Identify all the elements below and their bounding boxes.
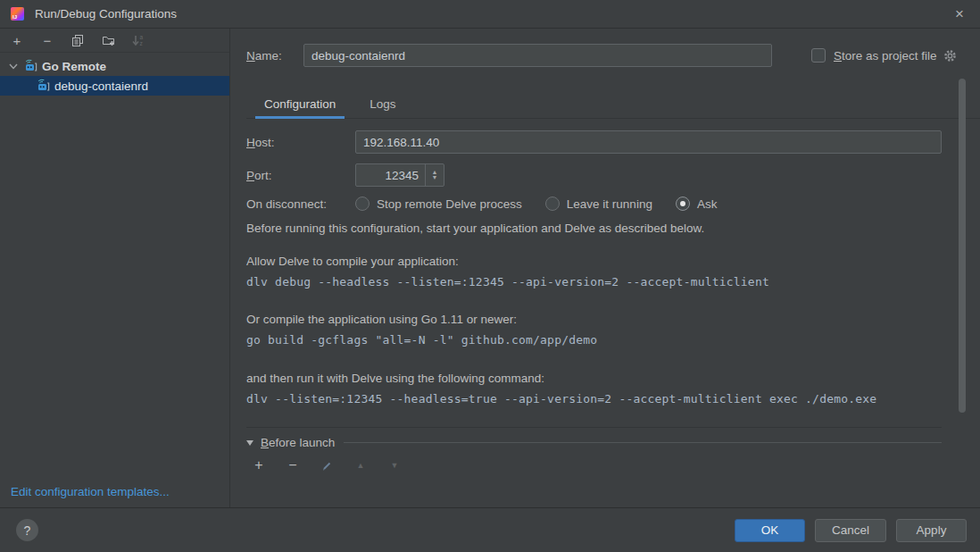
dialog-title: Run/Debug Configurations bbox=[35, 7, 177, 21]
radio-icon[interactable] bbox=[545, 197, 560, 211]
down-arrow-icon: ▼ bbox=[391, 461, 399, 470]
host-label: Host: bbox=[246, 136, 355, 149]
ok-button[interactable]: OK bbox=[735, 519, 805, 542]
intellij-logo-icon: IJ bbox=[11, 7, 24, 21]
run-label: and then run it with Delve using the fol… bbox=[246, 372, 980, 385]
tab-configuration[interactable]: Configuration bbox=[255, 94, 345, 118]
on-disconnect-label: On disconnect: bbox=[246, 197, 355, 211]
name-value: debug-contaienrd bbox=[311, 49, 405, 63]
up-arrow-icon: ▲ bbox=[357, 461, 365, 470]
add-configuration-button[interactable]: + bbox=[9, 32, 25, 48]
close-icon[interactable]: × bbox=[950, 4, 969, 23]
pencil-icon bbox=[321, 460, 333, 472]
help-button[interactable]: ? bbox=[16, 519, 38, 541]
tree-item-label: debug-contaienrd bbox=[54, 79, 148, 93]
port-label: Port: bbox=[246, 169, 355, 182]
before-launch-header[interactable]: Before launch bbox=[246, 436, 942, 449]
chevron-down-icon[interactable] bbox=[7, 60, 20, 72]
run-command: dlv --listen=:12345 --headless=true --ap… bbox=[246, 392, 980, 406]
go-remote-icon bbox=[23, 59, 37, 73]
new-folder-icon bbox=[102, 34, 115, 46]
run-debug-configurations-dialog: IJ Run/Debug Configurations × + − bbox=[0, 0, 980, 552]
new-folder-button[interactable] bbox=[100, 32, 116, 48]
sort-configurations-button: a z bbox=[130, 32, 146, 48]
before-launch-remove-button: − bbox=[285, 457, 301, 473]
go-remote-icon bbox=[36, 79, 50, 93]
radio-leave-it-running[interactable]: Leave it running bbox=[545, 197, 652, 211]
configuration-form: Name: debug-contaienrd Store as project … bbox=[230, 29, 980, 507]
radio-label: Ask bbox=[697, 197, 718, 211]
build-label: Or compile the application using Go 1.11… bbox=[246, 313, 980, 326]
host-value: 192.168.11.40 bbox=[363, 136, 439, 149]
name-label: Name: bbox=[246, 49, 302, 63]
header-rule bbox=[344, 442, 942, 443]
radio-label: Stop remote Delve process bbox=[377, 197, 522, 211]
store-as-project-file-checkbox[interactable] bbox=[811, 48, 826, 63]
name-input[interactable]: debug-contaienrd bbox=[303, 44, 772, 67]
before-launch-toolbar: + − ▲ ▼ bbox=[246, 457, 980, 473]
build-command: go build -gcflags "all=-N -l" github.com… bbox=[246, 333, 980, 347]
port-row: Port: 12345 ▲ ▼ bbox=[246, 163, 980, 187]
before-launch-move-up-button: ▲ bbox=[353, 457, 369, 473]
cancel-button[interactable]: Cancel bbox=[815, 519, 886, 542]
host-input[interactable]: 192.168.11.40 bbox=[355, 130, 942, 154]
port-spinner[interactable]: ▲ ▼ bbox=[425, 164, 444, 186]
configurations-tree: Go Remote debug-contaienrd bbox=[0, 53, 229, 96]
apply-button[interactable]: Apply bbox=[896, 519, 967, 542]
radio-ask[interactable]: Ask bbox=[676, 197, 718, 211]
tree-item-debug-contaienrd[interactable]: debug-contaienrd bbox=[0, 76, 229, 96]
store-as-project-file-group: Store as project file bbox=[811, 48, 957, 63]
radio-stop-remote-delve[interactable]: Stop remote Delve process bbox=[355, 197, 522, 211]
host-row: Host: 192.168.11.40 bbox=[246, 130, 942, 154]
sort-az-icon: a z bbox=[132, 34, 145, 46]
tab-logs[interactable]: Logs bbox=[361, 94, 404, 118]
configurations-sidebar: + − bbox=[0, 29, 230, 507]
store-as-project-file-label: Store as project file bbox=[834, 49, 937, 63]
radio-label: Leave it running bbox=[567, 197, 652, 211]
store-settings-gear-icon[interactable] bbox=[943, 49, 957, 63]
remove-configuration-button[interactable]: − bbox=[39, 32, 55, 48]
on-disconnect-row: On disconnect: Stop remote Delve process… bbox=[246, 197, 980, 211]
section-separator bbox=[246, 427, 942, 428]
svg-text:a: a bbox=[140, 34, 144, 40]
radio-selected-icon[interactable] bbox=[676, 197, 690, 211]
configuration-tabs: Configuration Logs bbox=[246, 94, 980, 119]
compile-command: dlv debug --headless --listen=:12345 --a… bbox=[246, 275, 980, 289]
port-value: 12345 bbox=[356, 169, 425, 182]
edit-configuration-templates-link[interactable]: Edit configuration templates... bbox=[11, 485, 170, 498]
name-row: Name: debug-contaienrd Store as project … bbox=[246, 44, 980, 67]
compile-label: Allow Delve to compile your application: bbox=[246, 255, 980, 268]
dialog-footer: ? OK Cancel Apply bbox=[0, 507, 980, 552]
collapse-arrow-icon[interactable] bbox=[246, 440, 253, 446]
spinner-down-icon[interactable]: ▼ bbox=[432, 175, 438, 180]
copy-configuration-button[interactable] bbox=[70, 32, 86, 48]
vertical-scrollbar-thumb[interactable] bbox=[959, 79, 966, 413]
before-launch-move-down-button: ▼ bbox=[386, 457, 403, 473]
before-launch-add-button[interactable]: + bbox=[251, 457, 267, 473]
question-icon: ? bbox=[24, 523, 31, 538]
tree-group-label: Go Remote bbox=[42, 60, 106, 73]
before-launch-edit-button bbox=[319, 457, 335, 473]
svg-text:z: z bbox=[140, 40, 143, 46]
on-disconnect-radio-group: Stop remote Delve process Leave it runni… bbox=[355, 197, 717, 211]
dialog-titlebar: IJ Run/Debug Configurations × bbox=[0, 0, 980, 29]
copy-icon bbox=[71, 34, 84, 46]
port-input[interactable]: 12345 ▲ ▼ bbox=[355, 163, 444, 187]
sidebar-toolbar: + − bbox=[0, 29, 229, 53]
before-launch-label: Before launch bbox=[261, 436, 335, 449]
tree-group-go-remote[interactable]: Go Remote bbox=[0, 56, 229, 76]
intro-text: Before running this configuration, start… bbox=[246, 222, 980, 235]
radio-icon[interactable] bbox=[355, 197, 370, 211]
